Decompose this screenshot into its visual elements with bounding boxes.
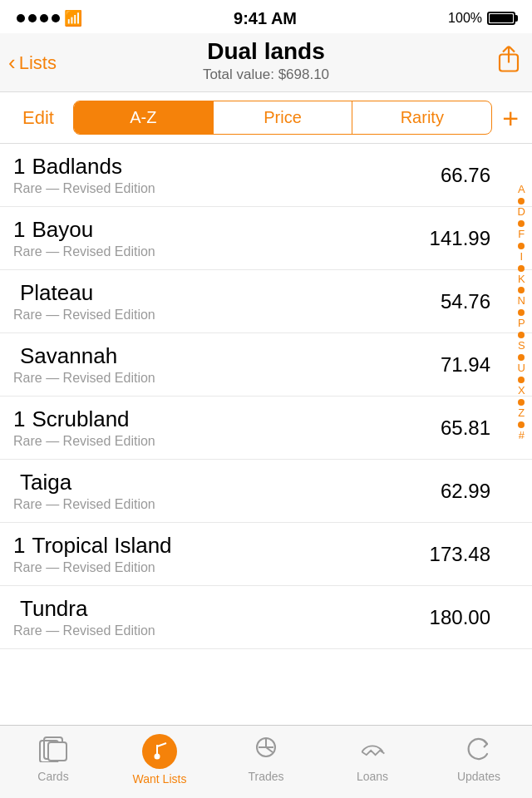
alpha-dot-l <box>518 287 525 293</box>
card-row-savannah[interactable]: Savannah Rare — Revised Edition 71.94 <box>0 333 532 397</box>
card-meta: Rare — Revised Edition <box>13 244 416 259</box>
card-qty: 1 <box>13 154 25 180</box>
card-title: Tundra <box>20 596 87 622</box>
sort-segment: A-Z Price Rarity <box>73 101 492 135</box>
alpha-dot-t <box>518 354 525 361</box>
edit-button[interactable]: Edit <box>13 107 63 129</box>
card-price: 141.99 <box>416 227 499 250</box>
alpha-p[interactable]: P <box>515 317 529 331</box>
card-qty: 1 <box>13 533 25 559</box>
trades-icon <box>251 736 281 766</box>
signal-area: 📶 <box>17 9 82 27</box>
alpha-k[interactable]: K <box>515 273 529 287</box>
svg-rect-4 <box>48 742 66 761</box>
tab-wantlists[interactable]: Want Lists <box>106 726 213 798</box>
card-info: Tundra Rare — Revised Edition <box>13 596 416 638</box>
tab-trades-label: Trades <box>248 770 283 783</box>
card-info: Plateau Rare — Revised Edition <box>13 280 416 323</box>
sort-rarity-button[interactable]: Rarity <box>352 101 491 134</box>
battery-icon <box>487 12 515 25</box>
card-title: Savannah <box>20 343 117 369</box>
alpha-dot-j <box>518 265 525 272</box>
alpha-dot-o <box>518 309 525 316</box>
card-name: 1 Tropical Island <box>13 533 416 559</box>
tab-updates[interactable]: Updates <box>426 726 532 798</box>
card-price: 54.76 <box>416 290 499 313</box>
alpha-i[interactable]: I <box>516 250 526 264</box>
card-list: 1 Badlands Rare — Revised Edition 66.76 … <box>0 144 532 724</box>
card-price: 62.99 <box>416 480 499 503</box>
alpha-index: A D F I K N P S U X Z # <box>515 183 532 443</box>
clock: 9:41 AM <box>234 9 297 28</box>
wantlists-icon <box>142 734 177 769</box>
signal-strength <box>17 14 60 22</box>
card-info: 1 Tropical Island Rare — Revised Edition <box>13 533 416 575</box>
tab-loans[interactable]: Loans <box>319 726 426 798</box>
card-row-plateau[interactable]: Plateau Rare — Revised Edition 54.76 <box>0 270 532 333</box>
alpha-dot-e <box>518 220 525 227</box>
alpha-dot-v <box>518 377 525 383</box>
card-title: Plateau <box>20 280 93 306</box>
tab-cards[interactable]: Cards <box>0 726 106 798</box>
alpha-n[interactable]: N <box>515 294 529 308</box>
alpha-u[interactable]: U <box>515 362 529 376</box>
share-button[interactable] <box>497 47 520 79</box>
alpha-s[interactable]: S <box>515 339 529 353</box>
sort-bar: Edit A-Z Price Rarity + <box>0 92 532 144</box>
header: ‹ Lists Dual lands Total value: $698.10 <box>0 33 532 92</box>
card-row-taiga[interactable]: Taiga Rare — Revised Edition 62.99 <box>0 460 532 523</box>
back-button[interactable]: ‹ Lists <box>8 50 57 76</box>
total-value: Total value: $698.10 <box>50 66 482 83</box>
tab-updates-label: Updates <box>457 770 500 783</box>
alpha-z[interactable]: Z <box>515 406 528 421</box>
card-meta: Rare — Revised Edition <box>13 623 416 638</box>
card-row-badlands[interactable]: 1 Badlands Rare — Revised Edition 66.76 <box>0 144 532 207</box>
card-name: 1 Badlands <box>13 154 416 180</box>
tab-trades[interactable]: Trades <box>213 726 319 798</box>
alpha-d[interactable]: D <box>515 205 529 219</box>
alpha-a[interactable]: A <box>515 183 529 197</box>
loans-icon <box>357 736 387 766</box>
card-info: 1 Scrubland Rare — Revised Edition <box>13 406 416 449</box>
card-name: Taiga <box>13 470 416 495</box>
card-row-bayou[interactable]: 1 Bayou Rare — Revised Edition 141.99 <box>0 207 532 270</box>
card-name: Plateau <box>13 280 416 306</box>
card-price: 173.48 <box>416 543 499 566</box>
updates-icon <box>464 736 494 766</box>
card-meta: Rare — Revised Edition <box>13 181 416 196</box>
card-info: Savannah Rare — Revised Edition <box>13 343 416 386</box>
alpha-dot-g <box>518 243 525 249</box>
chevron-left-icon: ‹ <box>8 50 16 76</box>
alpha-dot-b <box>518 198 525 204</box>
battery-area: 100% <box>448 11 515 26</box>
battery-percent: 100% <box>448 11 482 26</box>
sort-price-button[interactable]: Price <box>214 101 353 134</box>
back-label: Lists <box>19 52 57 73</box>
card-price: 180.00 <box>416 606 499 629</box>
card-info: 1 Badlands Rare — Revised Edition <box>13 154 416 196</box>
card-name: 1 Bayou <box>13 217 416 243</box>
add-button[interactable]: + <box>502 104 519 132</box>
card-row-scrubland[interactable]: 1 Scrubland Rare — Revised Edition 65.81 <box>0 397 532 460</box>
alpha-x[interactable]: X <box>515 384 529 398</box>
card-meta: Rare — Revised Edition <box>13 371 416 386</box>
alpha-dot-q <box>518 332 525 338</box>
alpha-f[interactable]: F <box>515 228 528 242</box>
sort-az-button[interactable]: A-Z <box>74 101 214 134</box>
card-title: Scrubland <box>32 406 129 432</box>
card-title: Taiga <box>20 470 71 495</box>
tab-cards-label: Cards <box>37 770 68 783</box>
card-price: 66.76 <box>416 164 499 187</box>
card-row-tropical-island[interactable]: 1 Tropical Island Rare — Revised Edition… <box>0 523 532 586</box>
wifi-icon: 📶 <box>64 9 82 27</box>
card-price: 71.94 <box>416 353 499 377</box>
card-row-tundra[interactable]: Tundra Rare — Revised Edition 180.00 <box>0 586 532 649</box>
svg-line-7 <box>157 743 166 746</box>
alpha-hash[interactable]: # <box>515 429 528 443</box>
tab-bar: Cards Want Lists Trades <box>0 725 532 798</box>
card-name: Tundra <box>13 596 416 622</box>
card-info: 1 Bayou Rare — Revised Edition <box>13 217 416 259</box>
card-meta: Rare — Revised Edition <box>13 497 416 512</box>
card-meta: Rare — Revised Edition <box>13 560 416 575</box>
page-title: Dual lands <box>50 38 482 65</box>
